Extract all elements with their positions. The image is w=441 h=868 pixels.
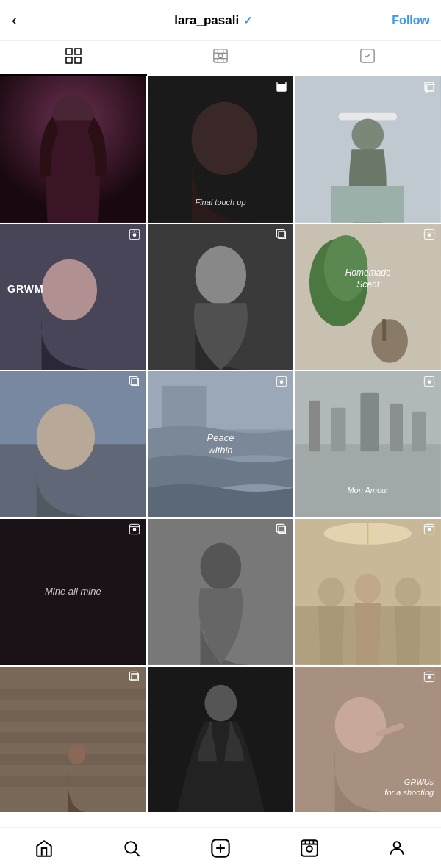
grid-item[interactable]: Mine all mine: [0, 519, 146, 665]
grid-item[interactable]: [148, 224, 294, 370]
svg-point-34: [195, 245, 246, 304]
nav-search-button[interactable]: [122, 839, 141, 858]
svg-rect-21: [331, 186, 404, 223]
svg-rect-2: [66, 57, 72, 63]
svg-rect-55: [295, 445, 441, 517]
svg-line-100: [135, 851, 140, 856]
grid-item[interactable]: Final touch up: [148, 76, 294, 223]
svg-point-99: [126, 842, 137, 853]
svg-point-76: [318, 577, 345, 606]
svg-point-26: [42, 259, 97, 320]
svg-point-94: [335, 697, 387, 752]
back-button[interactable]: ‹: [12, 11, 35, 30]
grid-item[interactable]: HomemadeScent: [295, 224, 441, 370]
svg-rect-50: [162, 386, 207, 430]
svg-rect-59: [390, 404, 403, 452]
grid-item[interactable]: [0, 76, 146, 223]
bottom-nav: [0, 827, 441, 868]
svg-rect-57: [331, 408, 346, 452]
svg-point-20: [352, 119, 384, 151]
svg-point-5: [218, 54, 223, 58]
grid-item[interactable]: [0, 667, 146, 813]
username-label: lara_pasali: [174, 13, 239, 28]
svg-point-92: [204, 685, 237, 722]
svg-rect-1: [75, 49, 81, 54]
grid-item[interactable]: [295, 76, 441, 223]
grid-item[interactable]: GRWM: [0, 224, 146, 370]
grid-item[interactable]: Mon Amour: [295, 371, 441, 517]
svg-point-78: [395, 577, 421, 606]
svg-rect-84: [0, 688, 146, 699]
verified-icon: ✓: [243, 14, 253, 27]
svg-point-37: [372, 319, 409, 363]
nav-profile-button[interactable]: [387, 839, 406, 858]
reels-tab-icon: [212, 48, 229, 68]
svg-rect-3: [75, 57, 81, 63]
tab-tagged[interactable]: [294, 41, 441, 76]
svg-point-70: [200, 543, 241, 590]
svg-point-105: [306, 846, 312, 852]
svg-point-89: [68, 744, 85, 764]
tab-grid[interactable]: [0, 41, 147, 76]
svg-rect-0: [66, 49, 72, 54]
svg-point-110: [394, 842, 401, 848]
header: ‹ lara_pasali ✓ Follow: [0, 0, 441, 41]
follow-button[interactable]: Follow: [392, 14, 429, 27]
svg-point-46: [37, 404, 95, 470]
grid-item[interactable]: [295, 519, 441, 665]
nav-reels-button[interactable]: [300, 839, 319, 858]
svg-point-40: [324, 235, 368, 301]
svg-rect-88: [0, 776, 146, 787]
svg-rect-58: [361, 393, 379, 451]
svg-rect-4: [214, 49, 227, 62]
svg-rect-85: [0, 710, 146, 721]
profile-tabs: [0, 41, 441, 76]
svg-point-16: [191, 102, 257, 175]
grid-item[interactable]: [148, 519, 294, 665]
grid-tab-icon: [65, 48, 82, 68]
grid-item[interactable]: Peacewithin: [148, 371, 294, 517]
grid-item[interactable]: [0, 371, 146, 517]
svg-rect-86: [0, 732, 146, 743]
grid-item[interactable]: GRWUsfor a shooting: [295, 667, 441, 813]
tab-reels[interactable]: [147, 41, 294, 76]
svg-rect-60: [412, 412, 426, 452]
header-title-group: lara_pasali ✓: [174, 13, 253, 28]
svg-rect-38: [383, 319, 387, 341]
photo-grid: Final touch up: [0, 76, 441, 812]
svg-rect-56: [309, 401, 320, 452]
nav-home-button[interactable]: [35, 839, 54, 858]
nav-add-button[interactable]: [210, 838, 231, 858]
svg-rect-65: [0, 519, 146, 665]
tagged-tab-icon: [359, 48, 376, 68]
svg-point-77: [355, 574, 381, 603]
grid-item[interactable]: [148, 667, 294, 813]
